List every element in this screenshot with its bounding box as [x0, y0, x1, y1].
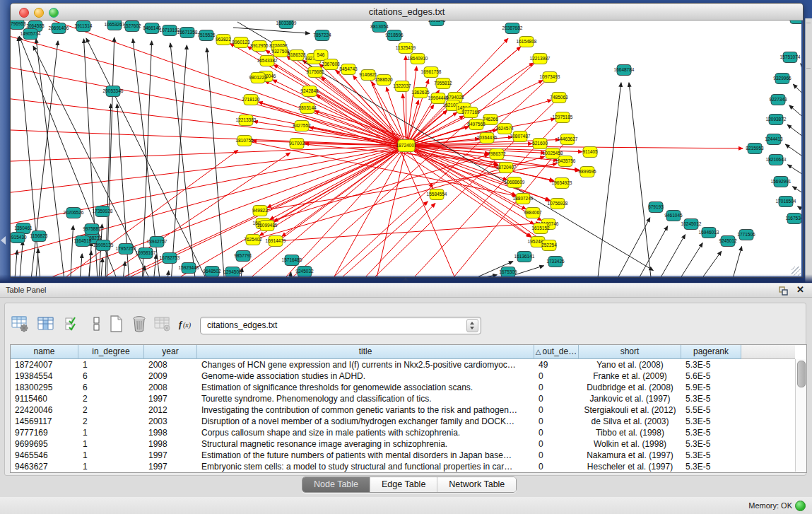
table-row[interactable]: 969969511998Structural magnetic resonanc…	[11, 438, 795, 450]
create-column-button[interactable]	[105, 313, 127, 337]
show-columns-button[interactable]	[35, 313, 57, 337]
table-cell: 5.3E-5	[681, 438, 741, 450]
graph-edge[interactable]	[801, 64, 801, 100]
graph-node-label: 252254	[541, 243, 557, 247]
graph-edge[interactable]	[207, 48, 226, 276]
table-cell: 9463627	[11, 461, 78, 472]
splitter-handle-icon[interactable]	[401, 278, 410, 282]
table-body: 1872400712008Changes of HCN gene express…	[11, 359, 795, 472]
table-row[interactable]: 946362711997Embryonic stem cells: a mode…	[11, 461, 795, 472]
graph-edge[interactable]	[677, 243, 702, 276]
graph-edge[interactable]	[406, 56, 406, 146]
table-cell: 5.3E-5	[681, 393, 741, 404]
column-header-year[interactable]: year	[144, 345, 197, 359]
graph-edge[interactable]	[789, 105, 801, 136]
graph-edge[interactable]	[698, 251, 722, 276]
graph-edge[interactable]	[78, 254, 82, 276]
table-row[interactable]: 1938455462009Genome-wide association stu…	[11, 370, 795, 382]
graph-edge[interactable]	[435, 139, 567, 276]
table-cell: 1	[78, 450, 144, 461]
window-resize-grip-icon[interactable]	[792, 267, 801, 276]
table-row[interactable]: 1830029562008Estimation of significance …	[11, 382, 795, 393]
table-cell: 2008	[144, 382, 197, 393]
graph-edge[interactable]	[34, 249, 38, 276]
graph-node[interactable]	[790, 21, 801, 24]
table-cell: 2012	[144, 404, 197, 416]
table-cell: 2	[78, 393, 144, 404]
graph-edge[interactable]	[170, 43, 198, 276]
table-row[interactable]: 2242004622012Investigating the contribut…	[11, 404, 795, 416]
column-header-title[interactable]: title	[197, 345, 534, 359]
graph-edge[interactable]	[11, 146, 406, 268]
network-window-titlebar[interactable]: citations_edges.txt	[11, 4, 803, 21]
scrollbar-thumb[interactable]	[797, 361, 806, 387]
memory-status-label: Memory: OK	[748, 501, 792, 510]
table-row[interactable]: 977716911998Corpus callosum shape and si…	[11, 427, 795, 438]
select-columns-button[interactable]	[61, 313, 84, 337]
tab-network-table[interactable]: Network Table	[437, 477, 516, 492]
table-row[interactable]: 1456911722003Disruption of a novel membe…	[11, 416, 795, 427]
graph-edge[interactable]	[657, 235, 686, 276]
graph-node-label: 2718120	[242, 97, 260, 102]
tab-edge-table[interactable]: Edge Table	[370, 477, 437, 492]
table-cell: 19384554	[11, 370, 78, 382]
table-cell: 1998	[144, 427, 197, 438]
float-panel-icon[interactable]	[779, 286, 788, 295]
tab-node-table[interactable]: Node Table	[302, 477, 370, 492]
graph-edge[interactable]	[597, 83, 621, 276]
graph-edge[interactable]	[69, 226, 73, 276]
table-row[interactable]: 946554611997Estimation of the future num…	[11, 450, 795, 461]
column-header-in_degree[interactable]: in_degree	[78, 345, 144, 359]
graph-edge[interactable]	[636, 226, 668, 276]
right-panel-edge[interactable]	[805, 18, 812, 283]
graph-node-label: 1350461	[14, 226, 33, 230]
graph-edge[interactable]	[787, 124, 801, 153]
table-row[interactable]: 1872400712008Changes of HCN gene express…	[11, 359, 795, 370]
graph-edge[interactable]	[11, 23, 406, 146]
graph-node-label: 17957253	[116, 246, 136, 251]
delete-columns-button[interactable]	[128, 313, 151, 337]
graph-edge[interactable]	[164, 271, 169, 276]
table-row[interactable]: 911546021997Tourette syndrome. Phenomeno…	[11, 393, 795, 404]
table-cell: 1997	[144, 393, 197, 404]
graph-edge[interactable]	[339, 204, 435, 276]
table-cell: 5.3E-5	[681, 359, 741, 370]
graph-edge[interactable]	[731, 247, 742, 276]
table-vertical-scrollbar[interactable]	[795, 359, 806, 472]
column-header-pagerank[interactable]: pagerank	[681, 345, 741, 359]
graph-edge[interactable]	[11, 128, 406, 146]
graph-edge[interactable]	[788, 165, 801, 190]
graph-edge[interactable]	[18, 241, 23, 276]
graph-node-label: 20206526	[64, 210, 84, 215]
column-header-out_de[interactable]: △out_de…	[534, 345, 579, 359]
graph-edge[interactable]	[406, 66, 417, 146]
column-header-short[interactable]: short	[579, 345, 681, 359]
graph-node-label: 9801223	[249, 75, 267, 80]
graph-node-label: 546	[317, 52, 325, 57]
graph-node-label: 1244413	[765, 136, 783, 141]
close-panel-icon[interactable]: ✕	[796, 284, 804, 295]
graph-edge[interactable]	[233, 28, 310, 33]
graph-edge[interactable]	[785, 144, 801, 170]
graph-edge[interactable]	[274, 146, 406, 222]
graph-edge[interactable]	[452, 275, 497, 276]
panel-collapse-arrow-icon[interactable]	[1, 236, 6, 245]
graph-edge[interactable]	[259, 102, 406, 146]
column-header-name[interactable]: name	[11, 345, 78, 359]
graph-edge[interactable]	[273, 80, 406, 146]
graph-node-label: 2367608	[322, 62, 340, 66]
graph-edge[interactable]	[314, 146, 406, 276]
graph-edge[interactable]	[629, 83, 652, 276]
table-selector-dropdown[interactable]: citations_edges.txt	[200, 317, 481, 334]
function-builder-button[interactable]: f(x)	[175, 313, 198, 337]
graph-edge[interactable]	[170, 45, 187, 276]
table-cell: 6	[78, 370, 144, 382]
graph-edge[interactable]	[282, 146, 406, 237]
graph-edge[interactable]	[286, 272, 291, 276]
change-table-mode-button[interactable]	[8, 313, 31, 337]
table-cell: Investigating the contribution of common…	[197, 404, 534, 416]
memory-ok-indicator-icon[interactable]	[795, 501, 806, 511]
network-canvas[interactable]: 1796953206458320691406149057343911314106…	[11, 21, 801, 276]
graph-node-label: 1527602	[123, 23, 141, 28]
graph-edge[interactable]	[793, 187, 801, 209]
